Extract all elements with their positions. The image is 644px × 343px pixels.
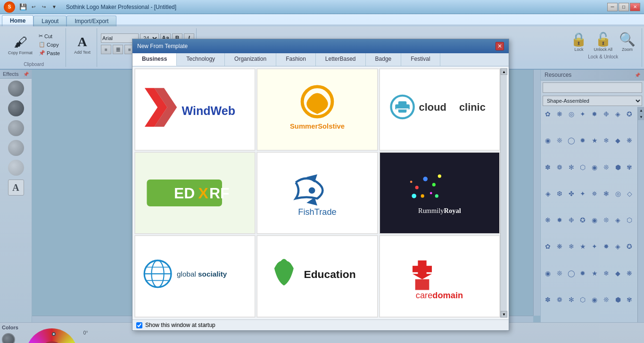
dialog-body: WindWeb SummerSolstive xyxy=(132,66,509,319)
close-button[interactable]: ✕ xyxy=(630,3,640,11)
dialog-overlay[interactable]: New From Template ✕ Business Technology … xyxy=(0,24,644,343)
svg-text:cloud: cloud xyxy=(419,101,446,113)
dialog-scrollbar[interactable]: ▲ ▼ xyxy=(500,68,507,318)
template-grid: WindWeb SummerSolstive xyxy=(134,68,500,318)
svg-point-26 xyxy=(435,194,438,197)
svg-point-23 xyxy=(412,194,416,198)
dialog-tab-badge[interactable]: Badge xyxy=(366,53,402,66)
template-education[interactable]: Education xyxy=(256,235,378,318)
template-caredomain[interactable]: caredomain xyxy=(379,235,500,318)
svg-text:FishTrade: FishTrade xyxy=(298,206,336,216)
template-rummilyroyal[interactable]: RummilyRoyal xyxy=(379,152,500,234)
svg-text:RF: RF xyxy=(209,185,230,202)
svg-text:RummilyRoyal: RummilyRoyal xyxy=(418,207,461,214)
template-fishtrade[interactable]: FishTrade xyxy=(256,152,378,234)
dialog-titlebar: New From Template ✕ xyxy=(132,39,509,53)
window-title: Sothink Logo Maker Professional - [Untit… xyxy=(66,4,176,10)
svg-text:X: X xyxy=(198,185,208,202)
svg-point-19 xyxy=(423,177,428,181)
dialog-close-button[interactable]: ✕ xyxy=(495,42,504,50)
quickaccess-save[interactable]: 💾 xyxy=(19,3,27,11)
svg-point-20 xyxy=(432,183,436,186)
svg-text:clinic: clinic xyxy=(459,101,486,113)
minimize-button[interactable]: ─ xyxy=(607,3,618,11)
template-summersolstive[interactable]: SummerSolstive xyxy=(256,68,378,151)
restore-button[interactable]: □ xyxy=(619,3,629,11)
quickaccess-redo[interactable]: ↪ xyxy=(40,3,48,11)
dialog-tab-letterbased[interactable]: LetterBased xyxy=(316,53,366,66)
show-startup-checkbox[interactable] xyxy=(136,322,142,328)
svg-rect-9 xyxy=(396,108,408,109)
svg-text:ED: ED xyxy=(174,185,195,202)
svg-text:caredomain: caredomain xyxy=(416,290,463,300)
svg-text:WindWeb: WindWeb xyxy=(182,104,235,117)
svg-text:global sociality: global sociality xyxy=(177,270,227,278)
template-cloudclinic[interactable]: cloud clinic xyxy=(379,68,500,151)
svg-point-22 xyxy=(430,192,432,194)
dialog-tab-fashion[interactable]: Fashion xyxy=(276,53,316,66)
template-edxrf[interactable]: ED X RF xyxy=(134,152,256,234)
window-controls: ─ □ ✕ xyxy=(607,3,640,11)
dialog-tab-technology[interactable]: Technology xyxy=(177,53,225,66)
dialog-scroll-up[interactable]: ▲ xyxy=(501,68,507,75)
show-startup-label[interactable]: Show this window at startup xyxy=(145,322,215,328)
svg-rect-39 xyxy=(415,279,429,290)
quickaccess-undo[interactable]: ↩ xyxy=(29,3,38,11)
svg-rect-37 xyxy=(413,266,432,272)
svg-point-21 xyxy=(421,194,424,197)
dialog-scroll-down[interactable]: ▼ xyxy=(501,311,507,318)
dialog-title: New From Template xyxy=(137,43,188,49)
dialog-footer: Show this window at startup xyxy=(132,319,509,330)
svg-point-25 xyxy=(410,180,413,183)
template-windweb[interactable]: WindWeb xyxy=(134,68,256,151)
svg-text:SummerSolstive: SummerSolstive xyxy=(290,122,345,130)
svg-point-16 xyxy=(309,187,315,194)
titlebar: S 💾 ↩ ↪ ▼ Sothink Logo Maker Professiona… xyxy=(0,0,644,14)
dialog-tab-festival[interactable]: Festival xyxy=(401,53,440,66)
dialog-scroll-track[interactable] xyxy=(501,75,507,311)
app-logo-icon: S xyxy=(4,1,15,13)
template-globalsociality[interactable]: global sociality xyxy=(134,235,256,318)
svg-point-18 xyxy=(415,186,419,189)
svg-marker-38 xyxy=(413,274,432,279)
dialog-tab-business[interactable]: Business xyxy=(132,53,177,66)
dialog-tab-organization[interactable]: Organization xyxy=(225,53,276,66)
svg-text:Education: Education xyxy=(304,268,355,280)
svg-point-24 xyxy=(438,174,441,178)
dialog-tabs: Business Technology Organization Fashion… xyxy=(132,53,509,66)
titlebar-left: S 💾 ↩ ↪ ▼ Sothink Logo Maker Professiona… xyxy=(4,1,176,13)
svg-rect-8 xyxy=(396,99,408,100)
quickaccess-dropdown[interactable]: ▼ xyxy=(50,3,58,11)
new-from-template-dialog: New From Template ✕ Business Technology … xyxy=(132,39,509,331)
